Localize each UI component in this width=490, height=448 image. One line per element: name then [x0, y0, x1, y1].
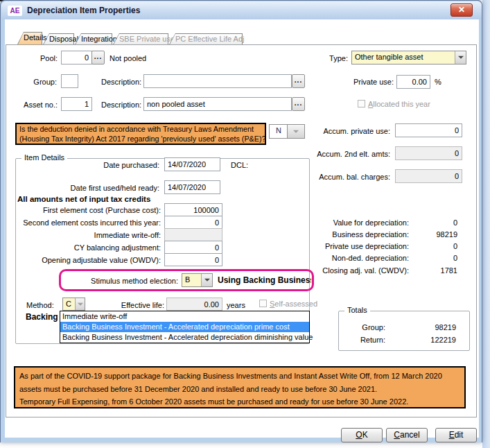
business-depreciation-value: 98219 [416, 230, 457, 239]
housing-question-answer-field: N [269, 124, 288, 139]
non-ded-depreciation-label: Non-ded. depreciation: [305, 254, 409, 262]
accum-bal-charges-label: Accum. bal. charges: [305, 173, 390, 181]
covid-note-box: As part of the COVID-19 support package … [14, 366, 466, 408]
cancel-button[interactable]: Cancel [386, 428, 428, 442]
method-combobox[interactable]: C [62, 298, 85, 311]
tab-disposal[interactable]: Disposal [43, 33, 74, 44]
group-description-input[interactable] [143, 74, 292, 88]
pool-status-label: Not pooled [110, 54, 146, 62]
cy-balancing-adjustment-input[interactable] [164, 241, 222, 254]
asset-description-input[interactable] [143, 97, 292, 111]
date-purchased-label: Date purchased: [69, 161, 159, 169]
dropdown-option[interactable]: Backing Business Investment - Accelerate… [60, 332, 309, 343]
dcl-label: DCL: [231, 161, 248, 169]
totals-group-value: 98219 [395, 323, 456, 331]
accum-private-use-label: Accum. private use: [305, 127, 390, 135]
dropdown-option[interactable]: Immediate write-off [60, 311, 309, 322]
method-label: Method: [26, 301, 54, 309]
asset-no-input[interactable] [61, 97, 92, 111]
edit-button[interactable]: Edit [435, 428, 477, 442]
accum-private-use-input[interactable] [395, 123, 462, 137]
value-for-depreciation-value: 0 [416, 218, 457, 227]
chevron-down-icon[interactable] [75, 298, 85, 310]
ok-button[interactable]: OK [341, 428, 383, 442]
backing-partial-text: Backing [26, 312, 58, 322]
totals-legend: Totals [344, 306, 370, 314]
tab-integration[interactable]: Integration [75, 33, 112, 44]
first-element-cost-input[interactable] [164, 203, 222, 216]
asset-description-browse-button[interactable]: ... [292, 97, 305, 111]
business-depreciation-label: Business depreciation: [305, 230, 409, 239]
closing-adj-val-value: 1781 [416, 266, 457, 275]
value-for-depreciation-label: Value for depreciation: [305, 218, 409, 227]
tab-sbe-private-use: SBE Private use [113, 33, 168, 44]
type-label: Type: [308, 54, 348, 62]
dropdown-option-selected[interactable]: Backing Business Investment - Accelerate… [60, 322, 309, 332]
second-element-costs-label: Second element costs incurred this year: [21, 218, 161, 227]
group-description-browse-button[interactable]: ... [292, 74, 305, 88]
percent-label: % [435, 78, 441, 86]
cy-balancing-adjustment-label: CY balancing adjustment: [21, 243, 161, 252]
self-assessed-label: Self-assessed [270, 300, 317, 308]
date-first-used-label: Date first used/held ready: [42, 184, 159, 192]
tab-pc-effective-life-adj: PC Effective Life Adj [169, 33, 243, 44]
date-purchased-input[interactable] [164, 157, 220, 171]
tab-details[interactable]: Details [17, 32, 42, 44]
pool-input[interactable] [61, 51, 92, 64]
totals-return-label: Return: [344, 336, 385, 344]
allocated-this-year-checkbox [358, 100, 365, 107]
amounts-heading: All amounts net of input tax credits [17, 195, 150, 203]
immediate-write-off-label: Immediate write-off: [21, 231, 161, 239]
accum-bal-charges-input [395, 169, 462, 183]
accum-2nd-elt-input [395, 146, 462, 160]
accum-2nd-elt-label: Accum. 2nd elt. amts: [305, 150, 390, 158]
effective-life-input [166, 298, 222, 311]
self-assessed-checkbox [259, 300, 267, 307]
totals-group-label: Group: [344, 323, 385, 331]
closing-adj-val-label: Closing adj. val. (CWDV): [305, 266, 409, 275]
group-label: Group: [21, 78, 57, 86]
second-element-costs-input[interactable] [164, 216, 222, 229]
first-element-cost-label: First element cost (Purchase cost): [21, 206, 161, 214]
asset-description-label: Description: [101, 101, 141, 109]
chevron-down-icon[interactable] [455, 51, 466, 64]
stimulus-highlight-ring [59, 269, 314, 291]
type-combobox[interactable]: Other tangible asset [351, 51, 466, 64]
asset-no-label: Asset no.: [17, 101, 58, 109]
pool-browse-button[interactable]: ... [91, 51, 105, 64]
housing-question-box: Is the deduction denied in accordance wi… [15, 123, 266, 145]
private-use-label: Private use: [347, 78, 394, 86]
effective-life-label: Effective life: [111, 301, 164, 309]
screen: AE Depreciation Item Properties ✕ Detail… [0, 0, 490, 448]
date-first-used-input[interactable] [164, 180, 220, 194]
housing-question-combobox [287, 124, 305, 139]
pool-label: Pool: [21, 54, 58, 62]
item-details-legend: Item Details [21, 153, 67, 162]
immediate-write-off-input [164, 228, 222, 241]
years-label: years [227, 301, 245, 309]
allocated-this-year-label: Allocated this year [368, 100, 430, 108]
group-description-label: Description: [101, 78, 141, 86]
private-use-depreciation-value: 0 [416, 242, 457, 250]
non-ded-depreciation-value: 0 [416, 254, 457, 262]
private-use-depreciation-label: Private use depreciation: [305, 242, 409, 250]
chevron-down-icon [288, 125, 304, 138]
group-input[interactable] [61, 74, 78, 88]
private-use-input[interactable] [396, 75, 430, 89]
totals-return-value: 122219 [395, 336, 456, 344]
method-dropdown-list: Immediate write-off Backing Business Inv… [60, 311, 310, 343]
opening-adjustable-value-label: Opening adjustable value (OWDV): [21, 256, 161, 264]
opening-adjustable-value-input[interactable] [164, 253, 222, 266]
